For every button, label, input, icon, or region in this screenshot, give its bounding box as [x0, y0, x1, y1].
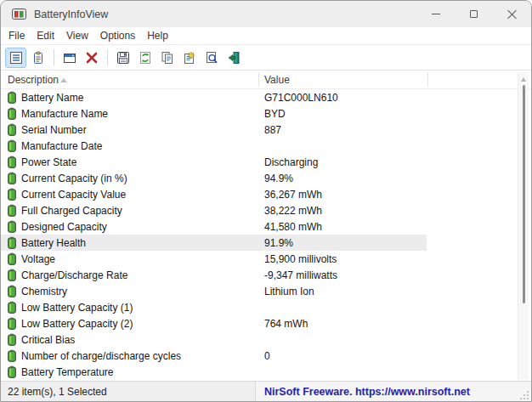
battery-icon	[8, 107, 16, 120]
close-button[interactable]	[493, 1, 531, 27]
battery-icon	[8, 172, 16, 184]
menu-options[interactable]: Options	[94, 28, 141, 43]
list-item[interactable]: Voltage 15,900 millivolts	[1, 251, 531, 267]
properties-icon	[183, 51, 196, 65]
resize-grip-icon[interactable]	[520, 390, 529, 399]
battery-icon	[8, 204, 16, 217]
sort-ascending-icon	[60, 78, 67, 82]
item-value: -9,347 milliwatts	[264, 269, 531, 281]
status-item-count: 22 item(s), 1 Selected	[1, 382, 256, 401]
item-value: Lithium Ion	[264, 286, 531, 297]
item-description: Chemistry	[21, 286, 264, 297]
column-divider[interactable]	[258, 72, 259, 87]
menu-bar: File Edit View Options Help	[1, 27, 531, 45]
battery-icon	[8, 91, 16, 104]
list-item[interactable]: Chemistry Lithium Ion	[1, 283, 531, 299]
list-item[interactable]: Battery Name G71C000LN610	[1, 89, 531, 105]
status-nirsoft-link[interactable]: NirSoft Freeware. https://www.nirsoft.ne…	[256, 382, 531, 401]
maximize-icon	[470, 10, 478, 18]
menu-file[interactable]: File	[3, 28, 31, 43]
item-value: 36,267 mWh	[264, 189, 531, 201]
item-description: Manufacture Date	[21, 140, 264, 152]
item-description: Number of charge/discharge cycles	[21, 350, 264, 362]
item-description: Battery Health	[21, 237, 264, 249]
refresh-button[interactable]	[134, 48, 156, 68]
item-description: Current Capacity Value	[21, 189, 264, 201]
list-item[interactable]: Manufacture Date	[1, 138, 531, 154]
save-button[interactable]	[112, 48, 133, 68]
item-value: 15,900 millivolts	[264, 253, 531, 265]
list-item[interactable]: Battery Health 91.9%	[1, 235, 531, 251]
list-item[interactable]: Current Capacity Value 36,267 mWh	[1, 186, 531, 202]
menu-help[interactable]: Help	[141, 28, 174, 43]
details-view-icon	[9, 51, 23, 65]
scrollbar-thumb[interactable]	[523, 85, 525, 303]
exit-button[interactable]	[223, 48, 244, 68]
clipboard-report-button[interactable]	[27, 48, 48, 68]
window-options-icon	[63, 51, 76, 65]
list-item[interactable]: Serial Number 887	[1, 122, 531, 138]
list-item[interactable]: Manufacture Name BYD	[1, 105, 531, 122]
list-header: Description Value	[1, 71, 531, 89]
menu-view[interactable]: View	[60, 28, 94, 43]
find-button[interactable]	[201, 48, 222, 68]
item-value: 0	[264, 350, 531, 362]
list-item[interactable]: Designed Capacity 41,580 mWh	[1, 218, 531, 235]
maximize-button[interactable]	[455, 1, 493, 27]
list-body: Battery Name G71C000LN610 Manufacture Na…	[1, 89, 531, 382]
status-count-text: 22 item(s), 1 Selected	[8, 386, 107, 398]
item-value: 38,222 mWh	[264, 205, 531, 217]
battery-icon	[8, 220, 16, 233]
battery-icon	[8, 285, 16, 297]
column-divider[interactable]	[427, 72, 428, 87]
copy-button[interactable]	[156, 48, 178, 68]
item-value: 764 mWh	[264, 318, 531, 330]
properties-button[interactable]	[178, 48, 200, 68]
toolbar	[1, 45, 531, 71]
item-description: Battery Temperature	[21, 366, 264, 378]
delete-button[interactable]	[81, 48, 102, 68]
app-battery-icon	[12, 8, 26, 20]
close-icon	[507, 9, 517, 19]
vertical-scrollbar[interactable]	[518, 72, 529, 380]
item-description: Manufacture Name	[21, 108, 264, 120]
toolbar-separator	[107, 49, 108, 65]
item-description: Charge/Discharge Rate	[21, 269, 264, 281]
exit-icon	[227, 51, 241, 65]
item-value: BYD	[264, 108, 531, 120]
list-item[interactable]: Battery Temperature	[1, 364, 531, 380]
list-item[interactable]: Critical Bias	[1, 331, 531, 348]
window-title: BatteryInfoView	[34, 8, 108, 20]
item-value: 887	[264, 124, 531, 136]
item-description: Low Battery Capacity (1)	[21, 302, 264, 314]
list-item[interactable]: Low Battery Capacity (1)	[1, 299, 531, 315]
item-description: Power State	[21, 156, 264, 168]
list-item[interactable]: Charge/Discharge Rate -9,347 milliwatts	[1, 267, 531, 283]
battery-icon	[8, 252, 16, 265]
window-options-button[interactable]	[59, 48, 80, 68]
list-item[interactable]: Number of charge/discharge cycles 0	[1, 348, 531, 364]
column-header-description[interactable]: Description	[8, 74, 59, 86]
save-icon	[116, 51, 130, 65]
battery-icon	[8, 139, 16, 152]
item-value: 94.9%	[264, 173, 531, 184]
item-description: Current Capacity (in %)	[21, 173, 264, 184]
list-item[interactable]: Current Capacity (in %) 94.9%	[1, 170, 531, 186]
menu-edit[interactable]: Edit	[31, 28, 60, 43]
item-description: Full Charged Capacity	[21, 205, 264, 217]
scroll-up-icon[interactable]	[521, 77, 526, 82]
battery-icon	[8, 301, 16, 314]
battery-icon	[8, 365, 16, 378]
details-view-button[interactable]	[5, 48, 26, 68]
battery-icon	[8, 333, 16, 346]
item-description: Designed Capacity	[21, 221, 264, 233]
item-description: Serial Number	[21, 124, 264, 136]
list-item[interactable]: Low Battery Capacity (2) 764 mWh	[1, 315, 531, 331]
column-header-value[interactable]: Value	[264, 74, 290, 86]
item-value: 41,580 mWh	[264, 221, 531, 233]
list-item[interactable]: Power State Discharging	[1, 154, 531, 170]
find-icon	[205, 51, 218, 65]
list-item[interactable]: Full Charged Capacity 38,222 mWh	[1, 202, 531, 218]
minimize-button[interactable]	[416, 1, 455, 27]
battery-icon	[8, 317, 16, 330]
